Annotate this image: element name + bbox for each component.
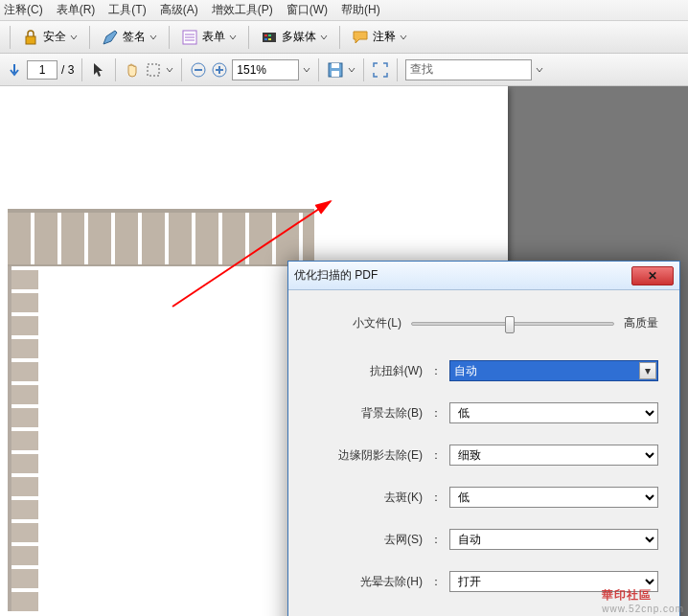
menu-comment[interactable]: 注释(C)	[4, 2, 43, 18]
marquee-tool-icon[interactable]	[145, 61, 162, 79]
menubar: 注释(C) 表单(R) 工具(T) 高级(A) 增效工具(P) 窗口(W) 帮助…	[0, 0, 688, 21]
security-button[interactable]: 安全	[18, 27, 81, 48]
document-border-decoration	[8, 209, 314, 266]
multimedia-button[interactable]: 多媒体	[257, 27, 332, 48]
select-tool-icon[interactable]	[90, 61, 107, 79]
halo-label: 光晕去除(H)	[310, 574, 423, 590]
chevron-down-icon	[229, 34, 237, 41]
speech-bubble-icon	[352, 29, 369, 46]
chevron-down-icon	[303, 66, 310, 74]
edgeshadow-label: 边缘阴影去除(E)	[310, 447, 423, 464]
zoom-level-select[interactable]	[232, 59, 299, 80]
svg-rect-17	[332, 63, 339, 68]
svg-rect-0	[26, 36, 35, 44]
form-button[interactable]: 表单	[177, 27, 241, 48]
sign-button[interactable]: 签名	[98, 27, 161, 48]
menu-help[interactable]: 帮助(H)	[341, 2, 380, 18]
chevron-down-icon: ▾	[639, 362, 656, 379]
svg-rect-10	[148, 64, 159, 76]
menu-plugin[interactable]: 增效工具(P)	[212, 2, 273, 18]
toolbar-main: 安全 签名 表单 多媒体 注释	[0, 21, 688, 54]
find-input[interactable]: 查找	[405, 59, 532, 80]
close-icon: ✕	[648, 269, 657, 283]
bgremove-select[interactable]: 低	[449, 402, 658, 423]
menu-tools[interactable]: 工具(T)	[108, 2, 146, 18]
chevron-down-icon	[348, 66, 355, 74]
document-viewport: 优化扫描的 PDF ✕ 小文件(L) 高质量 抗扭斜(W)： 自动 ▾	[0, 86, 688, 616]
toolbar-navigation: / 3 查找	[0, 54, 688, 86]
despeckle-select[interactable]: 低	[449, 487, 658, 508]
chevron-down-icon	[166, 66, 173, 74]
arrow-down-icon[interactable]	[6, 61, 23, 79]
menu-window[interactable]: 窗口(W)	[287, 2, 328, 18]
close-button[interactable]: ✕	[631, 266, 674, 285]
optimize-scanned-pdf-dialog: 优化扫描的 PDF ✕ 小文件(L) 高质量 抗扭斜(W)： 自动 ▾	[287, 261, 680, 616]
form-icon	[181, 29, 198, 46]
svg-rect-7	[268, 34, 271, 36]
bgremove-label: 背景去除(B)	[310, 405, 423, 422]
slider-right-label: 高质量	[624, 315, 658, 331]
quality-slider[interactable]	[411, 322, 614, 326]
fullscreen-icon[interactable]	[372, 61, 389, 79]
zoom-in-icon[interactable]	[211, 61, 228, 79]
chevron-down-icon	[149, 34, 157, 41]
multimedia-label: 多媒体	[282, 29, 316, 45]
hand-tool-icon[interactable]	[124, 61, 141, 79]
slider-left-label: 小文件(L)	[310, 315, 401, 331]
watermark: 華印社區 www.52cnp.com	[602, 582, 684, 614]
dialog-title: 优化扫描的 PDF	[294, 267, 378, 284]
chevron-down-icon	[320, 34, 328, 41]
slider-thumb[interactable]	[505, 316, 515, 333]
pen-icon	[102, 29, 119, 46]
svg-rect-9	[268, 38, 271, 40]
descreen-label: 去网(S)	[310, 532, 423, 548]
save-icon[interactable]	[327, 61, 344, 79]
lock-icon	[22, 29, 39, 46]
chevron-down-icon	[70, 34, 78, 41]
security-label: 安全	[43, 29, 66, 45]
page-total: / 3	[61, 63, 74, 77]
dialog-titlebar[interactable]: 优化扫描的 PDF ✕	[288, 262, 679, 290]
annotate-label: 注释	[373, 29, 396, 45]
svg-rect-8	[264, 38, 267, 40]
svg-rect-5	[263, 33, 276, 42]
edgeshadow-select[interactable]: 细致	[449, 445, 658, 466]
svg-rect-6	[264, 34, 267, 36]
chevron-down-icon	[536, 66, 543, 74]
sign-label: 签名	[123, 29, 146, 45]
deskew-label: 抗扭斜(W)	[310, 363, 423, 379]
form-label: 表单	[202, 29, 225, 45]
document-side-decoration	[8, 266, 38, 611]
descreen-select[interactable]: 自动	[449, 529, 658, 550]
page-number-input[interactable]	[27, 60, 57, 80]
zoom-out-icon[interactable]	[190, 61, 207, 79]
chevron-down-icon	[400, 34, 407, 41]
svg-rect-18	[332, 71, 339, 77]
menu-form[interactable]: 表单(R)	[57, 2, 96, 18]
deskew-select[interactable]: 自动 ▾	[449, 360, 658, 381]
menu-advanced[interactable]: 高级(A)	[160, 2, 198, 18]
despeckle-label: 去斑(K)	[310, 490, 423, 506]
annotate-button[interactable]: 注释	[348, 27, 411, 48]
film-icon	[261, 29, 278, 46]
